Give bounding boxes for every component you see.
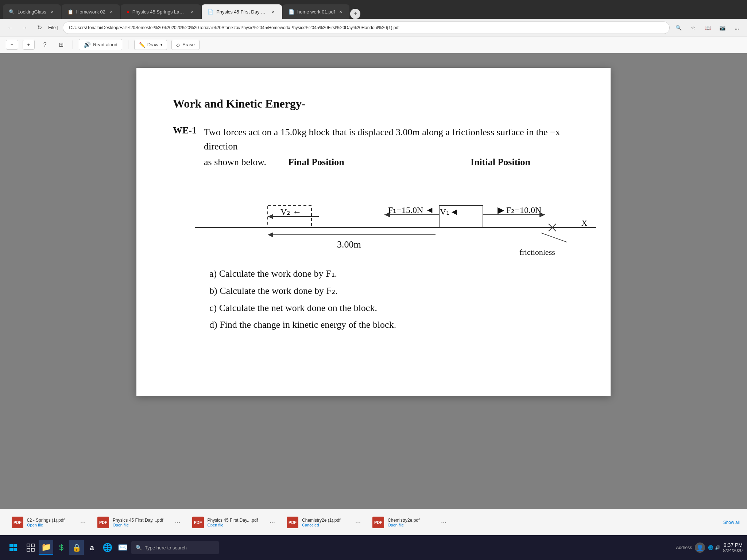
- problem-statement: Two forces act on a 15.0kg block that is…: [204, 125, 574, 153]
- download-more-4[interactable]: ···: [440, 518, 448, 526]
- a-icon: a: [90, 544, 94, 552]
- pdf-toolbar: − + ? ⊞ 🔊 Read aloud ✏️ Draw ▾ ◇ Erase: [0, 36, 747, 53]
- eraser-icon: ◇: [176, 42, 180, 48]
- tab-label-homework01: home work 01.pdf: [297, 9, 335, 15]
- tab-label-springs-lab: Physics 45 Springs Lab - YouTu...: [132, 9, 186, 15]
- problem-part-c: c) Calculate the net work done on the bl…: [209, 300, 574, 317]
- browser-frame: 🔍 LookingGlass ✕ 📋 Homework 02 ✕ ● Physi…: [0, 0, 747, 560]
- download-info-0: 02 - Springs (1).pdf Open file: [27, 518, 65, 527]
- read-aloud-button[interactable]: 🔊 Read aloud: [79, 39, 122, 50]
- download-icon-4: PDF: [372, 517, 384, 528]
- svg-rect-25: [13, 548, 17, 551]
- download-more-0[interactable]: ···: [79, 518, 87, 526]
- tab-first-day[interactable]: 📄 Physics 45 First Day Handout (1) ✕: [202, 4, 282, 19]
- tab-close-homework01[interactable]: ✕: [338, 9, 344, 15]
- show-all-button[interactable]: Show all: [723, 520, 740, 525]
- tab-homework02[interactable]: 📋 Homework 02 ✕: [62, 4, 120, 19]
- taskview-icon: [27, 544, 35, 552]
- problem-part-b: b) Calculate the work done by F₂.: [209, 283, 574, 300]
- taskbar-edge-button[interactable]: 🌐: [100, 540, 115, 555]
- zoom-in-button[interactable]: +: [23, 40, 35, 50]
- refresh-button[interactable]: ↻: [34, 22, 45, 34]
- download-name-3: Chemistry2e (1).pdf: [302, 518, 340, 523]
- download-icon-1: PDF: [97, 517, 109, 528]
- address-bar[interactable]: C:/Users/Torialai/Desktop/Fall%20Semeste…: [63, 22, 670, 34]
- chevron-down-icon: ▾: [160, 43, 162, 47]
- erase-button[interactable]: ◇ Erase: [171, 40, 200, 50]
- problem-parts: a) Calculate the work done by F₁. b) Cal…: [209, 265, 574, 334]
- tab-icon-homework01: 📄: [289, 9, 294, 15]
- taskbar-search[interactable]: 🔍 Type here to search: [131, 541, 219, 554]
- email-icon: ✉️: [118, 543, 128, 552]
- svg-rect-26: [27, 544, 30, 547]
- user-avatar[interactable]: 👤: [695, 542, 705, 553]
- download-more-3[interactable]: ···: [354, 518, 362, 526]
- download-more-1[interactable]: ···: [174, 518, 182, 526]
- tab-close-springs-lab[interactable]: ✕: [189, 9, 195, 15]
- favorites-button[interactable]: ☆: [687, 22, 699, 34]
- svg-rect-28: [27, 548, 30, 551]
- screenshot-button[interactable]: 📷: [716, 22, 728, 34]
- tab-homework01[interactable]: 📄 home work 01.pdf ✕: [283, 4, 349, 19]
- download-item-3[interactable]: PDF Chemistry2e (1).pdf Canceled: [282, 514, 348, 531]
- download-info-2: Physics 45 First Day....pdf Open file: [208, 518, 258, 527]
- download-name-0: 02 - Springs (1).pdf: [27, 518, 65, 523]
- tab-close-lookingglass[interactable]: ✕: [49, 9, 55, 15]
- back-button[interactable]: ←: [4, 22, 16, 34]
- new-tab-button[interactable]: +: [350, 9, 360, 19]
- problem-block: WE-1 Two forces act on a 15.0kg block th…: [173, 125, 574, 334]
- reading-view-button[interactable]: 📖: [702, 22, 713, 34]
- pdf-content-area: Work and Kinetic Energy- WE-1 Two forces…: [0, 53, 747, 509]
- download-item-0[interactable]: PDF 02 - Springs (1).pdf Open file: [7, 514, 73, 531]
- toolbar-separator-2: [128, 40, 128, 49]
- tab-label-homework02: Homework 02: [76, 9, 105, 15]
- download-more-2[interactable]: ···: [268, 518, 276, 526]
- forward-button[interactable]: →: [19, 22, 31, 34]
- taskbar-a-button[interactable]: a: [85, 540, 99, 555]
- draw-button[interactable]: ✏️ Draw ▾: [134, 40, 167, 50]
- download-item-4[interactable]: PDF Chemistry2e.pdf Open file: [368, 514, 434, 531]
- download-action-3[interactable]: Canceled: [302, 523, 340, 527]
- pdf-page: Work and Kinetic Energy- WE-1 Two forces…: [136, 68, 611, 396]
- menu-button[interactable]: ...: [731, 22, 743, 34]
- search-button[interactable]: 🔍: [673, 22, 684, 34]
- network-icon: 🌐: [708, 545, 713, 550]
- taskbar: 📁 $ 🔒 a 🌐 ✉️ 🔍 Type here to search: [0, 535, 747, 560]
- erase-label: Erase: [182, 42, 195, 47]
- address-label[interactable]: Address: [676, 545, 692, 550]
- download-action-0[interactable]: Open file: [27, 523, 65, 527]
- final-position-label: Final Position: [288, 155, 344, 169]
- tab-close-homework02[interactable]: ✕: [108, 9, 114, 15]
- lock-icon: 🔒: [72, 543, 81, 552]
- question-button[interactable]: ?: [39, 39, 51, 51]
- download-action-1[interactable]: Open file: [113, 523, 163, 527]
- tab-icon-homework02: 📋: [67, 9, 73, 15]
- taskbar-email-button[interactable]: ✉️: [115, 540, 130, 555]
- problem-part-a: a) Calculate the work done by F₁.: [209, 265, 574, 283]
- tab-springs-lab[interactable]: ● Physics 45 Springs Lab - YouTu... ✕: [121, 4, 201, 19]
- speaker-icon: 🔊: [84, 41, 91, 48]
- initial-position-label: Initial Position: [471, 155, 574, 169]
- file-explorer-button[interactable]: 📁: [39, 540, 53, 555]
- user-icon: 👤: [696, 544, 704, 551]
- tab-lookingglass[interactable]: 🔍 LookingGlass ✕: [3, 4, 61, 19]
- tab-close-first-day[interactable]: ✕: [270, 9, 276, 15]
- taskbar-dollar-button[interactable]: $: [54, 540, 69, 555]
- fit-page-button[interactable]: ⊞: [55, 39, 67, 51]
- download-action-2[interactable]: Open file: [208, 523, 258, 527]
- svg-rect-24: [9, 548, 13, 551]
- taskbar-lock-button[interactable]: 🔒: [69, 540, 84, 555]
- taskview-button[interactable]: [23, 540, 38, 555]
- start-button[interactable]: [4, 539, 22, 556]
- download-action-4[interactable]: Open file: [388, 523, 419, 527]
- download-item-1[interactable]: PDF Physics 45 First Day....pdf Open fil…: [93, 514, 168, 531]
- download-name-4: Chemistry2e.pdf: [388, 518, 419, 523]
- svg-text:frictionless: frictionless: [519, 248, 555, 257]
- search-icon: 🔍: [136, 545, 142, 551]
- download-item-2[interactable]: PDF Physics 45 First Day....pdf Open fil…: [188, 514, 263, 531]
- tray-time[interactable]: 9:37 PM 8/24/2020: [723, 542, 743, 553]
- download-info-1: Physics 45 First Day....pdf Open file: [113, 518, 163, 527]
- svg-line-20: [541, 233, 567, 242]
- zoom-out-button[interactable]: −: [6, 40, 18, 50]
- toolbar-right: 🔍 ☆ 📖 📷 ...: [673, 22, 743, 34]
